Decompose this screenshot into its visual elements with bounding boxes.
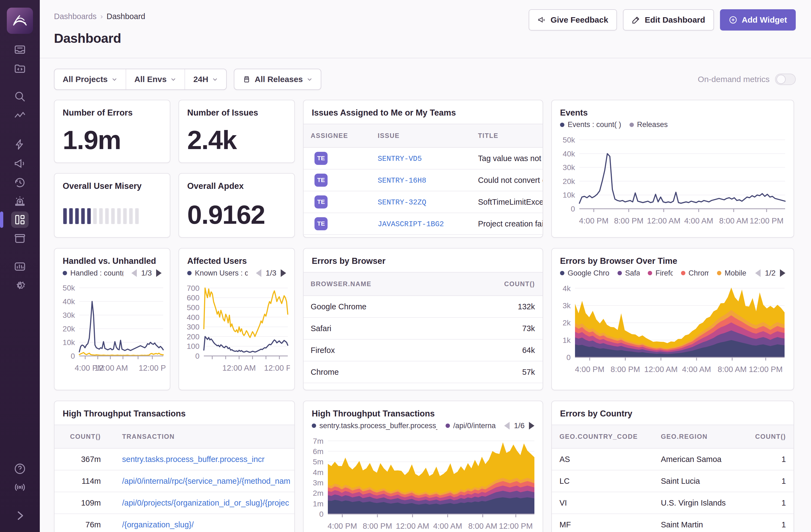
sidebar-item-issues[interactable]: [11, 42, 29, 58]
legend-pager: 1/3: [256, 269, 286, 277]
legend-item[interactable]: Known Users : cour: [187, 269, 248, 277]
browser-table-row[interactable]: Chrome 57k: [304, 361, 542, 383]
transaction-count: 109m: [55, 499, 101, 507]
country-count: 1: [734, 499, 794, 507]
svg-text:4:00 PM: 4:00 PM: [327, 522, 357, 530]
column-count: COUNT(): [55, 433, 101, 440]
transaction-link[interactable]: /api/0/internal/rpc/{service_name}/{meth…: [122, 477, 290, 485]
sidebar-item-search[interactable]: [11, 88, 29, 105]
pager-prev-icon[interactable]: [504, 422, 509, 429]
transaction-link[interactable]: sentry.tasks.process_buffer.process_incr: [122, 455, 265, 463]
issues-table-row[interactable]: TE SENTRY-VD5 Tag value was not a strin: [304, 148, 542, 169]
sidebar-item-stats[interactable]: [11, 258, 29, 275]
svg-text:0: 0: [71, 352, 75, 360]
browser-table-row[interactable]: Safari 73k: [304, 318, 542, 339]
legend-item[interactable]: Events : count( ): [560, 120, 621, 129]
htt-table-row[interactable]: 367m sentry.tasks.process_buffer.process…: [55, 449, 294, 470]
issue-link[interactable]: SENTRY-16H8: [378, 177, 426, 185]
legend-item[interactable]: Google Chrome: [560, 269, 609, 277]
browser-table-row[interactable]: Google Chrome 132k: [304, 296, 542, 318]
country-table-row[interactable]: VI U.S. Virgin Islands 1: [552, 492, 794, 514]
legend-item[interactable]: /api/0/internal/r: [446, 422, 496, 430]
sidebar-item-help[interactable]: [11, 460, 29, 477]
column-transaction: TRANSACTION: [101, 433, 294, 440]
widget-errors-by-browser-over-time[interactable]: Errors by Browser Over Time Google Chrom…: [551, 248, 794, 390]
transaction-link[interactable]: /{organization_slug}/: [122, 520, 194, 529]
sidebar-item-dashboards[interactable]: [11, 212, 29, 228]
sidebar-item-performance[interactable]: [11, 136, 29, 153]
sidebar-collapse-button[interactable]: [11, 507, 29, 524]
sidebar-item-releases[interactable]: [11, 230, 29, 246]
widget-overall-user-misery[interactable]: Overall User Misery: [54, 173, 170, 238]
widget-affected-users[interactable]: Affected Users Known Users : cour1/3 010…: [179, 248, 295, 390]
legend-item[interactable]: sentry.tasks.process_buffer.process_incr: [312, 422, 438, 430]
sidebar-item-projects[interactable]: [11, 61, 29, 77]
htt-table-row[interactable]: 109m /api/0/projects/{organization_id_or…: [55, 492, 294, 514]
widget-handled-vs-unhandled[interactable]: Handled vs. Unhandled Handled : count( )…: [54, 248, 170, 390]
browser-count: 64k: [483, 346, 542, 355]
pager-next-icon[interactable]: [780, 269, 785, 277]
widget-number-of-issues[interactable]: Number of Issues 2.4k: [179, 100, 295, 163]
assignee-avatar[interactable]: TE: [315, 152, 327, 165]
widget-events[interactable]: Events Events : count( )Releases 010k20k…: [551, 100, 794, 238]
country-table-row[interactable]: LC Saint Lucia 1: [552, 470, 794, 492]
pager-prev-icon[interactable]: [131, 269, 137, 277]
environment-filter[interactable]: All Envs: [126, 69, 184, 89]
htt-table-row[interactable]: 76m /{organization_slug}/: [55, 514, 294, 532]
pager-next-icon[interactable]: [529, 422, 534, 429]
issue-link[interactable]: SENTRY-VD5: [378, 155, 422, 163]
browser-table-row[interactable]: Firefox 64k: [304, 339, 542, 361]
widget-overall-apdex[interactable]: Overall Apdex 0.9162: [179, 173, 295, 238]
widget-errors-by-browser[interactable]: Errors by Browser BROWSER.NAME COUNT() G…: [303, 248, 543, 390]
legend-item[interactable]: Firefox: [648, 269, 673, 277]
project-filter[interactable]: All Projects: [55, 69, 126, 89]
country-table-row[interactable]: AS American Samoa 1: [552, 449, 794, 470]
issue-link[interactable]: JAVASCRIPT-1BG2: [378, 220, 444, 228]
table-header: COUNT() TRANSACTION: [55, 425, 294, 449]
edit-dashboard-button[interactable]: Edit Dashboard: [623, 9, 714, 31]
assignee-avatar[interactable]: TE: [315, 217, 327, 230]
pager-prev-icon[interactable]: [256, 269, 261, 277]
transaction-link[interactable]: /api/0/projects/{organization_id_or_slug…: [122, 499, 289, 507]
svg-text:500: 500: [187, 303, 199, 312]
legend-item[interactable]: Releases: [629, 120, 668, 129]
affected-users-chart: 010020030040050060070012:00 AM12:00 P: [184, 281, 290, 374]
sidebar-item-alerts[interactable]: [11, 193, 29, 209]
svg-text:12:00 PM: 12:00 PM: [749, 365, 783, 374]
pager-next-icon[interactable]: [281, 269, 286, 277]
widget-issues-assigned[interactable]: Issues Assigned to Me or My Teams ASSIGN…: [303, 100, 543, 238]
breadcrumb-dashboards[interactable]: Dashboards: [54, 12, 96, 21]
add-widget-button[interactable]: Add Widget: [720, 9, 796, 31]
issues-table-row[interactable]: TE JAVASCRIPT-1BG2 Project creation fail…: [304, 213, 542, 235]
sentry-logo[interactable]: [7, 7, 33, 34]
time-range-filter[interactable]: 24H: [184, 69, 226, 89]
legend-item[interactable]: Safari: [617, 269, 640, 277]
ondemand-metrics-toggle[interactable]: [775, 74, 796, 85]
sidebar-item-replays[interactable]: [11, 174, 29, 191]
widget-high-throughput-table[interactable]: High Throughput Transactions COUNT() TRA…: [54, 401, 295, 532]
issue-link[interactable]: SENTRY-32ZQ: [378, 198, 426, 207]
pager-prev-icon[interactable]: [755, 269, 761, 277]
archive-box-icon: [14, 232, 26, 244]
widget-errors-by-country[interactable]: Errors by Country GEO.COUNTRY_CODE GEO.R…: [551, 401, 794, 532]
browser-table-row[interactable]: Mobile Safari 22k: [304, 383, 542, 390]
legend-item[interactable]: Mobile S: [717, 269, 747, 277]
legend-item[interactable]: Handled : count( ): [63, 269, 123, 277]
releases-filter[interactable]: All Releases: [234, 69, 321, 89]
sidebar-item-settings[interactable]: [11, 277, 29, 294]
issues-table-row[interactable]: TE SENTRY-16H8 Could not convert query: [304, 169, 542, 191]
sidebar-item-traces[interactable]: [11, 107, 29, 124]
assignee-avatar[interactable]: TE: [315, 195, 327, 209]
widget-number-of-errors[interactable]: Number of Errors 1.9m: [54, 100, 170, 163]
give-feedback-button[interactable]: Give Feedback: [529, 9, 617, 31]
legend-item[interactable]: Chrome: [681, 269, 709, 277]
sidebar-item-broadcast[interactable]: [11, 479, 29, 496]
pager-next-icon[interactable]: [156, 269, 162, 277]
country-table-row[interactable]: MF Saint Martin 1: [552, 514, 794, 532]
sidebar-item-feedback[interactable]: [11, 155, 29, 172]
issues-table-row[interactable]: TE SENTRY-32ZQ SoftTimeLimitExceeded: [304, 191, 542, 213]
widget-title: Issues Assigned to Me or My Teams: [304, 100, 542, 118]
assignee-avatar[interactable]: TE: [315, 173, 327, 187]
widget-high-throughput-chart[interactable]: High Throughput Transactions sentry.task…: [303, 401, 543, 532]
htt-table-row[interactable]: 114m /api/0/internal/rpc/{service_name}/…: [55, 470, 294, 492]
